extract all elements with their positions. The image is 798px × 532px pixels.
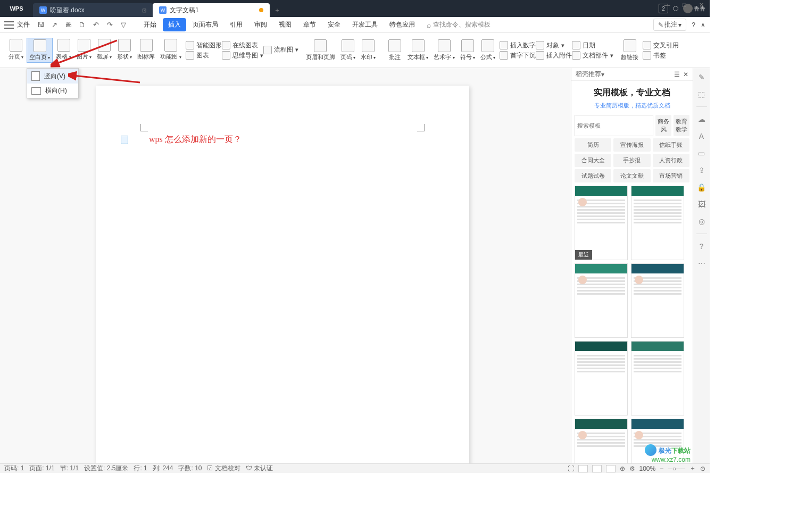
preview-icon[interactable]: 🗋 (77, 21, 87, 29)
close-button[interactable]: ✕ (693, 0, 710, 10)
tab-view[interactable]: 视图 (273, 18, 297, 31)
zoom-in-icon[interactable]: ＋ (689, 464, 696, 473)
document-tab-2[interactable]: 文字文稿1 (153, 3, 270, 17)
screenshot-button[interactable]: 截屏 (95, 38, 114, 62)
share-tool-icon[interactable]: ⇪ (697, 165, 706, 175)
symbol-button[interactable]: 符号 (458, 38, 477, 62)
table-button[interactable]: 表格 (54, 38, 73, 62)
template-thumb[interactable] (575, 419, 628, 463)
file-menu[interactable]: 文件 (17, 20, 30, 29)
zoom-slider[interactable]: ─○── (668, 465, 685, 472)
tab-page-layout[interactable]: 页面布局 (187, 18, 223, 31)
document-page[interactable]: wps 怎么添加新的一页？ (96, 86, 469, 463)
insert-number-button[interactable]: 插入数字 (500, 41, 536, 50)
watermark-button[interactable]: 水印 (359, 38, 378, 62)
status-chars[interactable]: 字数: 10 (178, 464, 202, 473)
qat-dropdown-icon[interactable]: ▽ (118, 21, 129, 29)
settings-tool-icon[interactable]: ◎ (697, 217, 706, 226)
lock-tool-icon[interactable]: 🔒 (697, 182, 706, 192)
status-setting[interactable]: 设置值: 2.5厘米 (84, 464, 128, 473)
split-page-button[interactable]: 分页 (6, 38, 26, 62)
filter-education[interactable]: 教育教学 (674, 115, 689, 136)
orientation-landscape[interactable]: 横向(H) (27, 84, 78, 98)
save-icon[interactable]: 🖫 (35, 21, 46, 29)
feature-chart-button[interactable]: 功能图 (158, 38, 183, 62)
mindmap-button[interactable]: 思维导图 ▾ (222, 51, 263, 60)
tag-handcopy[interactable]: 手抄报 (613, 154, 650, 167)
more-tool-icon[interactable]: ⋯ (697, 259, 706, 268)
select-tool-icon[interactable]: ⬚ (697, 89, 706, 99)
tab-references[interactable]: 引用 (225, 18, 248, 31)
document-text[interactable]: wps 怎么添加新的一页？ (149, 134, 242, 145)
image-tool-icon[interactable]: 🖼 (697, 200, 706, 209)
tab-review[interactable]: 审阅 (249, 18, 272, 31)
template-thumb[interactable] (631, 341, 684, 415)
blank-page-button[interactable]: 空白页 (27, 38, 53, 63)
object-button[interactable]: 对象 ▾ (536, 41, 572, 50)
shapes-button[interactable]: 形状 (115, 38, 134, 62)
date-button[interactable]: 日期 (572, 41, 613, 50)
view-web-icon[interactable] (606, 465, 616, 472)
comment-tool-icon[interactable]: ☁ (697, 114, 706, 124)
tag-contract[interactable]: 合同大全 (575, 154, 611, 167)
comment-button[interactable]: 批注 (385, 38, 404, 62)
export-icon[interactable]: ↗ (49, 21, 60, 29)
flowchart-button[interactable]: 流程图 ▾ (263, 45, 298, 54)
search-box[interactable]: 查找命令、搜索模板 (427, 20, 491, 29)
smart-shape-button[interactable]: 智能图形 (186, 41, 222, 50)
template-search-input[interactable] (575, 115, 653, 136)
template-thumb[interactable] (631, 263, 684, 338)
bookmark-button[interactable]: 书签 (643, 51, 679, 60)
tag-poster[interactable]: 宣传海报 (613, 138, 650, 152)
tab-special[interactable]: 特色应用 (384, 18, 420, 31)
page-number-button[interactable]: 页码 (338, 38, 358, 62)
tab-security[interactable]: 安全 (322, 18, 346, 31)
status-section[interactable]: 节: 1/1 (60, 464, 79, 473)
pen-tool-icon[interactable]: ✎ (697, 72, 706, 82)
view-outline-icon[interactable] (592, 465, 602, 472)
tab-insert[interactable]: 插入 (163, 18, 186, 31)
add-tab-button[interactable]: ＋ (270, 3, 285, 17)
zoom-label[interactable]: 100% (639, 465, 656, 472)
orientation-portrait[interactable]: 竖向(V) (27, 69, 78, 84)
markup-button[interactable]: ✎ 批注 ▾ (653, 19, 686, 31)
text-tool-icon[interactable]: A (697, 131, 706, 141)
filter-business[interactable]: 商务风 (655, 115, 671, 136)
status-page-num[interactable]: 页码: 1 (4, 464, 24, 473)
header-footer-button[interactable]: 页眉和页脚 (304, 38, 337, 62)
tag-hr[interactable]: 人资行政 (653, 154, 689, 167)
undo-icon[interactable]: ↶ (90, 21, 101, 29)
tag-marketing[interactable]: 市场营销 (653, 169, 689, 182)
settings-icon[interactable]: ⚙ (629, 465, 635, 472)
tag-letter[interactable]: 信纸手账 (653, 138, 689, 152)
view-read-icon[interactable]: ⊕ (620, 465, 625, 472)
panel-menu-icon[interactable]: ☰ (674, 71, 680, 78)
fit-icon[interactable]: ⊙ (700, 465, 705, 472)
collapse-ribbon-icon[interactable]: ∧ (701, 21, 705, 29)
online-chart-button[interactable]: 在线图表 (222, 41, 263, 50)
docpart-button[interactable]: 文档部件 ▾ (572, 51, 613, 60)
tag-exam[interactable]: 试题试卷 (575, 169, 611, 182)
tab-chapter[interactable]: 章节 (298, 18, 321, 31)
zoom-out-icon[interactable]: − (660, 465, 663, 472)
minimize-button[interactable]: — (659, 0, 676, 10)
panel-close-icon[interactable]: ✕ (683, 71, 688, 78)
maximize-button[interactable]: □ (676, 0, 693, 10)
textbox-button[interactable]: 文本框 (405, 38, 430, 62)
template-thumb[interactable] (631, 186, 684, 260)
document-canvas[interactable]: wps 怎么添加新的一页？ (0, 68, 571, 463)
template-thumb[interactable] (575, 341, 628, 415)
formula-button[interactable]: 公式 (478, 38, 497, 62)
document-tab-1[interactable]: 盼望着.docx ⊡ (33, 3, 153, 17)
wordart-button[interactable]: 艺术字 (431, 38, 456, 62)
tag-thesis[interactable]: 论文文献 (613, 169, 650, 182)
card-tool-icon[interactable]: ▭ (697, 148, 706, 158)
fullscreen-icon[interactable]: ⛶ (568, 465, 574, 472)
tab-dev-tools[interactable]: 开发工具 (347, 18, 383, 31)
template-thumb[interactable] (575, 263, 628, 338)
status-auth[interactable]: 🛡 未认证 (246, 464, 273, 473)
help-tool-icon[interactable]: ? (697, 242, 706, 251)
hyperlink-button[interactable]: 超链接 (619, 38, 641, 62)
dropdown-icon[interactable]: ▾ (601, 71, 604, 78)
hamburger-icon[interactable] (4, 21, 14, 29)
